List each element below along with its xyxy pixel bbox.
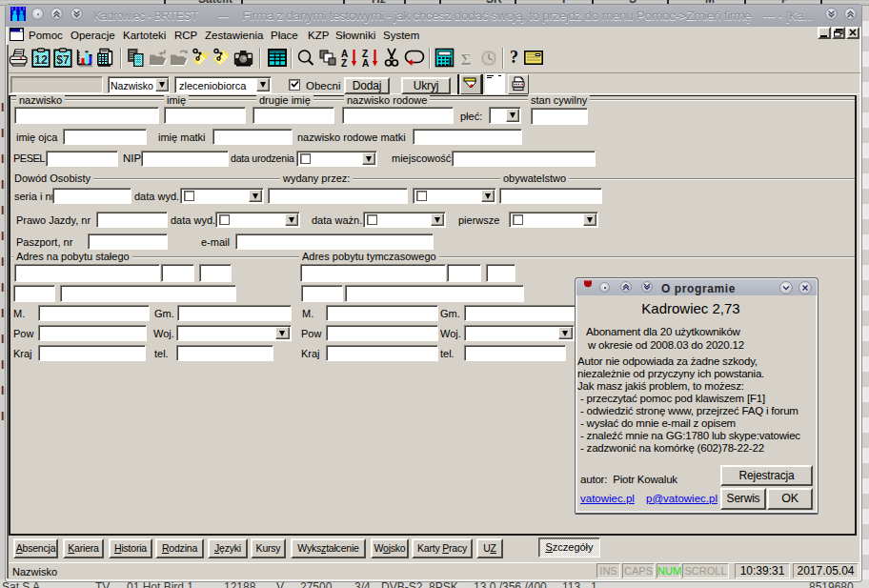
svg-text:A: A — [362, 58, 369, 69]
svg-text:$7: $7 — [56, 53, 70, 67]
svg-text:Σ: Σ — [461, 51, 472, 69]
svg-text:Z: Z — [341, 58, 347, 69]
svg-text:12: 12 — [34, 53, 48, 67]
